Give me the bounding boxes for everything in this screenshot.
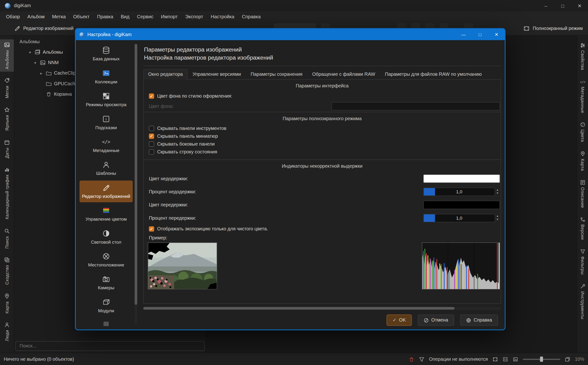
- zoom-slider-handle[interactable]: [540, 357, 543, 362]
- checkbox-unchecked[interactable]: [149, 141, 154, 147]
- ok-button[interactable]: ✓ OK: [387, 314, 412, 326]
- calendar-icon: [4, 140, 10, 145]
- hide-thumbbar-checkbox-row[interactable]: ✓ Скрывать панель миниатюр: [144, 132, 501, 140]
- expander-icon[interactable]: ▸: [39, 71, 43, 75]
- over-percent-spinbox[interactable]: 1,0 ▴ ▾: [423, 214, 500, 222]
- menu-view[interactable]: Вид: [117, 12, 133, 21]
- dialog-minimize-button[interactable]: —: [455, 29, 472, 40]
- tab-raw-behavior[interactable]: Обращение с файлами RAW: [307, 69, 380, 80]
- checkbox-checked[interactable]: ✓: [149, 133, 154, 139]
- under-percent-field[interactable]: 1,0: [423, 187, 495, 196]
- hide-statusbar-checkbox-row[interactable]: Скрывать строку состояния: [144, 148, 501, 156]
- svg-text:</>: </>: [102, 139, 110, 145]
- sidebar-tab-search[interactable]: Поиск: [0, 225, 14, 251]
- window-titlebar: digiKam – □ ✕: [0, 0, 588, 11]
- hide-toolbars-checkbox-row[interactable]: Скрывать панели инструментов: [144, 124, 501, 132]
- pure-color-checkbox-row[interactable]: ✓ Отображать экспозицию только для чисто…: [144, 225, 501, 233]
- thumbnail-size-icon[interactable]: [513, 357, 518, 362]
- dialog-maximize-button[interactable]: □: [472, 29, 488, 40]
- settings-nav-geolocation[interactable]: Местоположение: [80, 249, 133, 271]
- menu-browse[interactable]: Обзор: [2, 12, 23, 21]
- sidebar-tab-labels[interactable]: Ярлыки: [0, 105, 14, 133]
- menu-tools[interactable]: Сервис: [133, 12, 157, 21]
- checkbox-unchecked[interactable]: [149, 126, 154, 131]
- trash-status-icon[interactable]: [409, 357, 415, 362]
- scrollbar-thumb[interactable]: [135, 44, 137, 305]
- spin-up-icon[interactable]: ▴: [497, 215, 498, 218]
- sidebar-tab-colors[interactable]: Цвета: [577, 119, 588, 145]
- over-percent-field[interactable]: 1,0: [423, 214, 495, 222]
- menu-album[interactable]: Альбом: [24, 12, 48, 21]
- menu-edit[interactable]: Правка: [93, 12, 117, 21]
- settings-nav-templates[interactable]: Шаблоны: [80, 158, 133, 180]
- sidebar-tab-map[interactable]: Карта: [0, 291, 14, 316]
- hide-sidebars-checkbox-row[interactable]: Скрывать боковые панели: [144, 140, 501, 148]
- theme-background-checkbox-row[interactable]: ✓ Цвет фона по стилю оформления:: [144, 92, 501, 101]
- settings-nav-views[interactable]: Режимы просмотра: [80, 89, 133, 111]
- sidebar-tab-dates[interactable]: Даты: [0, 137, 14, 161]
- spin-down-icon[interactable]: ▾: [497, 192, 498, 195]
- tab-versioning[interactable]: Управление версиями: [188, 69, 246, 80]
- sidebar-tab-tools[interactable]: Инструменты: [577, 281, 588, 322]
- spin-down-icon[interactable]: ▾: [497, 218, 498, 221]
- spin-up-icon[interactable]: ▴: [497, 188, 498, 191]
- sidebar-tab-versions[interactable]: Версии: [577, 214, 588, 242]
- tab-raw-defaults[interactable]: Параметры для файлов RAW по умолчанию: [380, 69, 487, 80]
- minimize-button[interactable]: –: [537, 0, 554, 11]
- menu-help[interactable]: Справка: [238, 12, 264, 21]
- fullscreen-button[interactable]: Полноэкранный режим: [524, 22, 583, 35]
- sidebar-tab-similarity[interactable]: Сходство: [0, 255, 14, 287]
- tab-editor-window[interactable]: Окно редактора: [143, 69, 188, 80]
- sidebar-tab-people[interactable]: Люди: [0, 319, 14, 344]
- scrollbar-thumb[interactable]: [143, 307, 455, 310]
- filter-status-icon[interactable]: [419, 357, 424, 362]
- tab-save-settings[interactable]: Параметры сохранения: [246, 69, 307, 80]
- settings-nav-plugins[interactable]: Модули: [80, 295, 133, 317]
- help-button[interactable]: Справка: [460, 314, 498, 326]
- sidebar-tab-tags[interactable]: Метки: [0, 75, 14, 101]
- settings-nav-partial[interactable]: [80, 318, 133, 327]
- settings-nav-cameras[interactable]: Камеры: [80, 272, 133, 294]
- checkbox-checked[interactable]: ✓: [149, 94, 154, 99]
- sidebar-tab-albums[interactable]: Альбомы: [0, 39, 14, 72]
- checkbox-checked[interactable]: ✓: [149, 226, 154, 232]
- sidebar-tab-metadata[interactable]: </> Метаданные: [577, 77, 588, 116]
- zoom-100-icon[interactable]: [503, 357, 508, 362]
- under-color-swatch[interactable]: [423, 174, 500, 182]
- menu-tag[interactable]: Метка: [48, 12, 69, 21]
- menu-export[interactable]: Экспорт: [182, 12, 207, 21]
- sidebar-tab-filters[interactable]: Фильтры: [577, 246, 588, 277]
- menu-settings[interactable]: Настройка: [207, 12, 238, 21]
- example-histogram: [422, 242, 500, 289]
- sidebar-tab-map-right[interactable]: Карта: [577, 149, 588, 174]
- settings-nav-database[interactable]: База данных: [80, 43, 133, 65]
- sidebar-tab-properties[interactable]: Свойства: [577, 40, 588, 73]
- checkbox-unchecked[interactable]: [149, 149, 154, 154]
- under-percent-spinbox[interactable]: 1,0 ▴ ▾: [423, 187, 500, 196]
- close-button[interactable]: ✕: [571, 0, 588, 11]
- settings-nav-light-table[interactable]: Световой стол: [80, 226, 133, 248]
- settings-nav-collections[interactable]: Коллекции: [80, 66, 133, 88]
- menu-item[interactable]: Объект: [69, 12, 93, 21]
- over-color-swatch[interactable]: [423, 201, 500, 209]
- background-color-picker[interactable]: [331, 102, 500, 110]
- menu-import[interactable]: Импорт: [157, 12, 181, 21]
- settings-nav-color-management[interactable]: Управление цветом: [80, 204, 133, 225]
- settings-nav-tooltips[interactable]: i Подсказки: [80, 112, 133, 134]
- expander-icon[interactable]: ▾: [33, 61, 37, 65]
- cancel-button[interactable]: Отмена: [418, 314, 454, 326]
- detach-window-icon[interactable]: [565, 357, 570, 362]
- sidebar-tab-timeline[interactable]: Календарный график: [0, 164, 14, 222]
- image-editor-button[interactable]: Редактор изображений: [14, 22, 74, 35]
- sidebar-scrollbar[interactable]: [135, 44, 137, 324]
- zoom-slider[interactable]: [523, 356, 560, 362]
- settings-nav-metadata[interactable]: </> Метаданные: [80, 135, 133, 156]
- maximize-button[interactable]: □: [554, 0, 571, 11]
- zoom-fit-icon[interactable]: [492, 357, 498, 362]
- expander-icon[interactable]: ▾: [28, 50, 32, 54]
- horizontal-scrollbar[interactable]: [143, 307, 501, 310]
- settings-nav-image-editor[interactable]: Редактор изображений: [80, 181, 133, 202]
- search-input[interactable]: [15, 341, 205, 351]
- dialog-close-button[interactable]: ✕: [488, 29, 505, 40]
- sidebar-tab-caption[interactable]: Описание: [577, 177, 588, 211]
